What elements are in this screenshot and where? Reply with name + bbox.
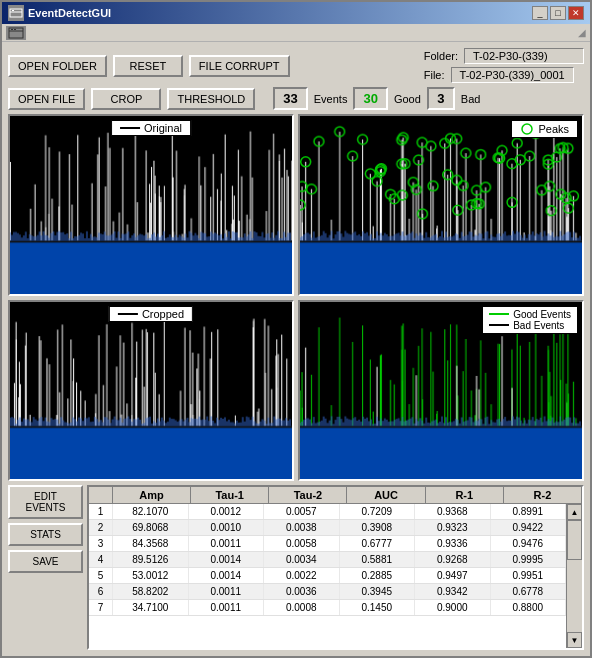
cell-value: 84.3568	[113, 536, 189, 551]
charts-area: Original Peaks Cropped	[8, 114, 584, 481]
close-button[interactable]: ✕	[568, 6, 584, 20]
threshold-button[interactable]: THRESHOLD	[167, 88, 255, 110]
cropped-canvas	[10, 302, 292, 480]
file-label: File:	[424, 69, 445, 81]
events-count: 33	[273, 87, 307, 110]
maximize-button[interactable]: □	[550, 6, 566, 20]
table-row[interactable]: 182.10700.00120.00570.72090.93680.8991	[89, 504, 566, 520]
window-title: EventDetectGUI	[28, 7, 111, 19]
cell-value: 0.5881	[340, 552, 416, 567]
cell-value: 0.1450	[340, 600, 416, 615]
row-number: 1	[89, 504, 113, 519]
cell-value: 0.9336	[415, 536, 491, 551]
peaks-circle-icon	[520, 122, 534, 136]
cell-value: 0.9995	[491, 552, 567, 567]
open-folder-button[interactable]: OPEN FOLDER	[8, 55, 107, 77]
cell-value: 0.9342	[415, 584, 491, 599]
col-header-amp: Amp	[113, 487, 191, 503]
good-events-legend-row: Good Events	[489, 309, 571, 320]
cell-value: 0.0008	[264, 600, 340, 615]
main-window: EventDetectGUI _ □ ✕ ◢ OPEN FOLDER RESET…	[0, 0, 592, 658]
stats-button[interactable]: STATS	[8, 523, 83, 546]
cell-value: 0.6778	[491, 584, 567, 599]
cell-value: 69.8068	[113, 520, 189, 535]
cell-value: 0.8800	[491, 600, 567, 615]
table-row[interactable]: 658.82020.00110.00360.39450.93420.6778	[89, 584, 566, 600]
cell-value: 0.9368	[415, 504, 491, 519]
svg-point-7	[522, 124, 532, 134]
window-controls: _ □ ✕	[532, 6, 584, 20]
cell-value: 0.9268	[415, 552, 491, 567]
crop-button[interactable]: CROP	[91, 88, 161, 110]
minimize-button[interactable]: _	[532, 6, 548, 20]
original-canvas	[10, 116, 292, 294]
chart-original: Original	[8, 114, 294, 296]
cell-value: 0.7209	[340, 504, 416, 519]
col-header-auc: AUC	[347, 487, 425, 503]
menu-bar: ◢	[2, 24, 590, 42]
file-row: File: T-02-P30-(339)_0001	[424, 67, 584, 83]
bad-events-legend-row: Bad Events	[489, 320, 571, 331]
row-number: 4	[89, 552, 113, 567]
cell-value: 82.1070	[113, 504, 189, 519]
cropped-label: Cropped	[109, 306, 193, 322]
save-button[interactable]: SAVE	[8, 550, 83, 573]
cell-value: 0.2885	[340, 568, 416, 583]
cell-value: 0.0014	[189, 568, 265, 583]
chart-events: Good Events Bad Events	[298, 300, 584, 482]
table-body[interactable]: 182.10700.00120.00570.72090.93680.899126…	[89, 504, 566, 648]
table-body-wrapper: 182.10700.00120.00570.72090.93680.899126…	[89, 504, 582, 648]
title-bar: EventDetectGUI _ □ ✕	[2, 2, 590, 24]
good-count: 30	[353, 87, 387, 110]
title-bar-left: EventDetectGUI	[8, 5, 111, 21]
table-row[interactable]: 384.35680.00110.00580.67770.93360.9476	[89, 536, 566, 552]
cell-value: 0.8991	[491, 504, 567, 519]
cell-value: 89.5126	[113, 552, 189, 567]
scroll-track[interactable]	[567, 520, 582, 632]
cell-value: 0.0036	[264, 584, 340, 599]
app-icon	[8, 5, 24, 21]
cell-value: 0.3908	[340, 520, 416, 535]
col-header-tau2: Tau-2	[269, 487, 347, 503]
svg-rect-0	[10, 9, 22, 17]
bad-count: 3	[427, 87, 455, 110]
cell-value: 0.0014	[189, 552, 265, 567]
table-row[interactable]: 489.51260.00140.00340.58810.92680.9995	[89, 552, 566, 568]
cell-value: 0.0058	[264, 536, 340, 551]
cell-value: 0.0012	[189, 504, 265, 519]
folder-row: Folder: T-02-P30-(339)	[424, 48, 584, 64]
cell-value: 0.9951	[491, 568, 567, 583]
cell-value: 0.6777	[340, 536, 416, 551]
col-header-row	[89, 487, 113, 503]
row-number: 7	[89, 600, 113, 615]
row-number: 3	[89, 536, 113, 551]
table-row[interactable]: 734.71000.00110.00080.14500.90000.8800	[89, 600, 566, 616]
scroll-down-button[interactable]: ▼	[567, 632, 582, 648]
stats-row: 33 Events 30 Good 3 Bad	[273, 87, 480, 110]
table-row[interactable]: 269.80680.00100.00380.39080.93230.9422	[89, 520, 566, 536]
folder-value: T-02-P30-(339)	[464, 48, 584, 64]
cell-value: 0.3945	[340, 584, 416, 599]
cell-value: 0.0038	[264, 520, 340, 535]
events-legend: Good Events Bad Events	[482, 306, 578, 334]
table-scrollbar[interactable]: ▲ ▼	[566, 504, 582, 648]
toolbar-row-1: OPEN FOLDER RESET FILE CORRUPT Folder: T…	[8, 48, 584, 83]
bad-events-legend-label: Bad Events	[513, 320, 564, 331]
file-corrupt-button[interactable]: FILE CORRUPT	[189, 55, 290, 77]
bad-label: Bad	[461, 93, 481, 105]
cropped-line-icon	[118, 313, 138, 315]
table-row[interactable]: 553.00120.00140.00220.28850.94970.9951	[89, 568, 566, 584]
peaks-canvas	[300, 116, 582, 294]
scroll-up-button[interactable]: ▲	[567, 504, 582, 520]
cell-value: 0.0011	[189, 600, 265, 615]
open-file-button[interactable]: OPEN FILE	[8, 88, 85, 110]
edit-events-button[interactable]: EDIT EVENTS	[8, 485, 83, 519]
scroll-thumb[interactable]	[567, 520, 582, 560]
peaks-label: Peaks	[511, 120, 578, 138]
table-header: Amp Tau-1 Tau-2 AUC R-1 R-2	[89, 487, 582, 504]
reset-button[interactable]: RESET	[113, 55, 183, 77]
svg-rect-2	[12, 10, 14, 11]
left-buttons: EDIT EVENTS STATS SAVE	[8, 485, 83, 650]
file-info-panel: Folder: T-02-P30-(339) File: T-02-P30-(3…	[424, 48, 584, 83]
folder-label: Folder:	[424, 50, 458, 62]
